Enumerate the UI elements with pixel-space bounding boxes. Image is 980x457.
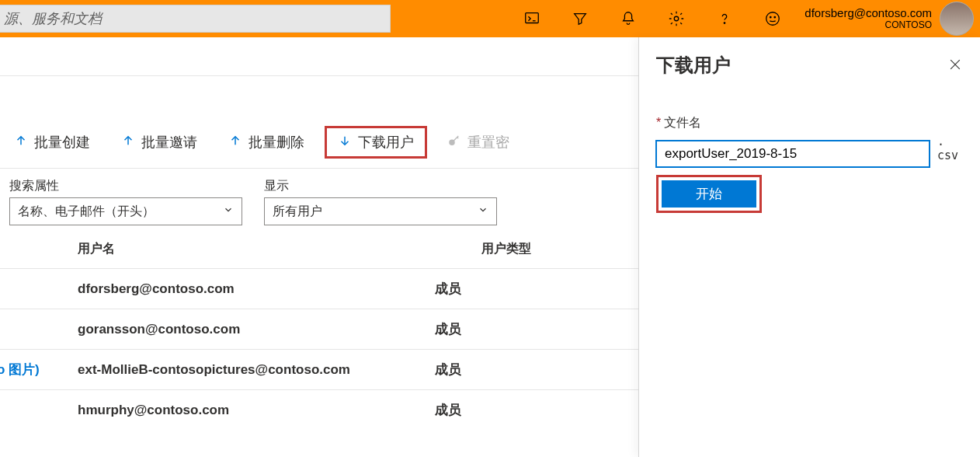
cell-usertype: 成员: [435, 280, 528, 298]
file-extension: . csv: [937, 134, 963, 167]
download-users-panel: 下载用户 *文件名 . csv 开始: [638, 37, 980, 457]
cell-usertype: 成员: [435, 361, 528, 379]
svg-rect-0: [526, 13, 539, 23]
svg-point-4: [770, 16, 771, 17]
bulk-delete-label: 批量删除: [248, 133, 304, 152]
svg-point-6: [450, 140, 454, 145]
reset-password-label: 重置密: [467, 133, 509, 152]
search-placeholder: 源、服务和文档: [4, 9, 102, 28]
filename-input[interactable]: [656, 141, 930, 167]
cell-username: goransson@contoso.com: [78, 322, 435, 337]
upload-arrow-icon: [14, 134, 28, 152]
settings-icon[interactable]: [668, 10, 685, 27]
reset-password-button: 重置密: [447, 133, 509, 152]
start-button-highlight: 开始: [656, 175, 762, 213]
filename-label: *文件名: [656, 115, 963, 131]
chevron-down-icon: [223, 204, 234, 218]
display-select[interactable]: 所有用户: [264, 197, 497, 225]
close-icon[interactable]: [947, 57, 963, 75]
bulk-create-button[interactable]: 批量创建: [14, 133, 90, 152]
account-menu[interactable]: dforsberg@contoso.com CONTOSO: [805, 2, 974, 36]
cell-username: ext-MollieB-contosopictures@contoso.com: [78, 362, 435, 378]
help-icon[interactable]: [716, 10, 733, 27]
display-label: 显示: [264, 178, 497, 194]
col-header-username: 用户名: [78, 241, 419, 257]
start-button[interactable]: 开始: [662, 180, 756, 208]
col-header-usertype: 用户类型: [481, 241, 575, 257]
cell-usertype: 成员: [435, 401, 528, 419]
bulk-create-label: 批量创建: [34, 133, 90, 152]
panel-title: 下载用户: [656, 53, 731, 78]
download-users-button[interactable]: 下载用户: [325, 126, 427, 159]
svg-point-5: [774, 16, 775, 17]
chevron-down-icon: [478, 204, 488, 218]
user-email: dforsberg@contoso.com: [805, 7, 932, 20]
cloud-shell-icon[interactable]: [523, 10, 540, 27]
global-search-input[interactable]: 源、服务和文档: [0, 5, 391, 33]
svg-point-2: [725, 23, 725, 23]
display-value: 所有用户: [273, 204, 322, 220]
topbar-icon-group: [523, 10, 781, 27]
key-icon: [447, 134, 461, 152]
notifications-icon[interactable]: [620, 10, 637, 27]
tenant-name: CONTOSO: [805, 20, 932, 30]
avatar: [940, 2, 974, 36]
search-attr-select[interactable]: 名称、电子邮件（开头）: [9, 197, 242, 225]
top-bar: 源、服务和文档 dforsberg@contoso.com CONTOSO: [0, 0, 980, 37]
cell-username: dforsberg@contoso.com: [78, 281, 435, 297]
svg-point-3: [766, 12, 780, 26]
upload-arrow-icon: [121, 134, 135, 152]
cell-usertype: 成员: [435, 320, 528, 338]
download-users-label: 下载用户: [358, 133, 414, 152]
guest-source-fragment: o 图片): [0, 350, 40, 389]
bulk-delete-button[interactable]: 批量删除: [228, 133, 304, 152]
upload-arrow-icon: [228, 134, 242, 152]
filter-directory-icon[interactable]: [572, 10, 589, 27]
download-arrow-icon: [338, 134, 352, 152]
feedback-icon[interactable]: [764, 10, 781, 27]
search-attr-label: 搜索属性: [9, 178, 242, 194]
bulk-invite-label: 批量邀请: [141, 133, 197, 152]
search-attr-value: 名称、电子邮件（开头）: [18, 204, 155, 220]
cell-username: hmurphy@contoso.com: [78, 403, 435, 418]
bulk-invite-button[interactable]: 批量邀请: [121, 133, 197, 152]
svg-point-1: [675, 16, 679, 21]
